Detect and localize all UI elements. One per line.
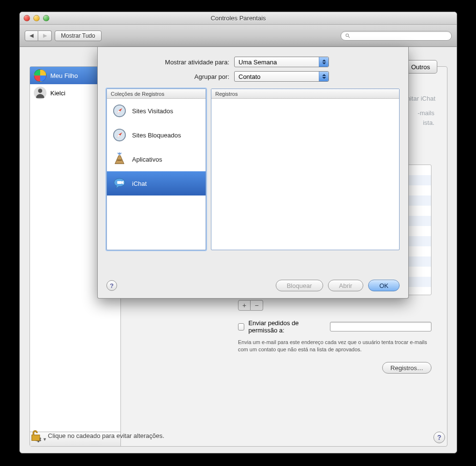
- collection-label: iChat: [132, 180, 147, 187]
- collection-label: Aplicativos: [132, 156, 162, 163]
- bg-text-ista: ista.: [423, 119, 434, 126]
- titlebar: Controles Parentais: [20, 12, 457, 25]
- add-remove-segment: + −: [238, 300, 263, 311]
- zoom-icon[interactable]: [43, 15, 49, 21]
- content: Outros Lim. Tempo Meu Filho Kielci ▼: [20, 47, 457, 453]
- toolbar: ◀ ▶ Mostrar Tudo: [20, 25, 457, 47]
- close-icon[interactable]: [24, 15, 30, 21]
- collections-column: Coleções de Registros Sites Visitados Si…: [106, 89, 206, 250]
- add-button[interactable]: +: [238, 300, 251, 311]
- lock-text: Clique no cadeado para evitar alterações…: [48, 432, 164, 439]
- minimize-icon[interactable]: [33, 15, 40, 21]
- ichat-icon: [112, 176, 127, 191]
- group-value: Contato: [238, 73, 261, 80]
- search-field[interactable]: [341, 31, 452, 41]
- svg-rect-8: [117, 181, 121, 184]
- abrir-button[interactable]: Abrir: [328, 280, 363, 291]
- safari-icon: [112, 127, 127, 143]
- applications-icon: [112, 151, 127, 167]
- group-popup[interactable]: Contato: [234, 71, 329, 82]
- collection-sites-visitados[interactable]: Sites Visitados: [107, 99, 206, 123]
- activity-value: Uma Semana: [238, 59, 277, 66]
- stepper-icon: [319, 57, 328, 67]
- search-input[interactable]: [354, 33, 447, 39]
- tab-outros[interactable]: Outros: [404, 60, 437, 74]
- permission-checkbox[interactable]: [238, 323, 244, 331]
- stepper-icon: [319, 72, 328, 81]
- permission-note: Envia um e-mail para este endereço cada …: [238, 339, 431, 354]
- sheet-help-button[interactable]: ?: [106, 280, 117, 291]
- remove-button[interactable]: −: [251, 300, 263, 311]
- svg-point-0: [38, 89, 43, 93]
- back-button[interactable]: ◀: [25, 30, 38, 41]
- sidebar-user-label: Kielci: [50, 90, 65, 97]
- avatar-icon: [34, 87, 46, 99]
- padlock-open-icon: [30, 429, 43, 442]
- ok-button[interactable]: OK: [368, 280, 400, 291]
- collection-label: Sites Bloqueados: [132, 132, 181, 139]
- collection-ichat[interactable]: iChat: [107, 171, 206, 195]
- logs-sheet: Mostrar atividade para: Uma Semana Agrup…: [97, 47, 409, 299]
- show-all-button[interactable]: Mostrar Tudo: [55, 30, 102, 41]
- group-label: Agrupar por:: [194, 73, 229, 80]
- permission-label: Enviar pedidos de permissão a:: [248, 319, 326, 334]
- sheet-footer: ? Bloquear Abrir OK: [106, 280, 400, 291]
- registros-button[interactable]: Registros…: [382, 362, 431, 374]
- records-header: Registros: [211, 89, 399, 99]
- activity-label: Mostrar atividade para:: [165, 59, 229, 66]
- collections-header: Coleções de Registros: [107, 89, 206, 99]
- permission-section: Enviar pedidos de permissão a: Envia um …: [238, 319, 431, 354]
- window-title: Controles Parentais: [20, 15, 457, 22]
- bloquear-button[interactable]: Bloquear: [276, 280, 323, 291]
- child-icon: [34, 69, 46, 82]
- lock-bar[interactable]: Clique no cadeado para evitar alterações…: [30, 429, 164, 442]
- safari-icon: [112, 103, 127, 119]
- permission-email-input[interactable]: [330, 322, 431, 331]
- search-icon: [345, 33, 351, 39]
- collection-label: Sites Visitados: [132, 107, 173, 115]
- records-column: Registros: [211, 89, 400, 250]
- help-button[interactable]: ?: [433, 432, 445, 443]
- collection-sites-bloqueados[interactable]: Sites Bloqueados: [107, 123, 206, 147]
- nav-segment: ◀ ▶: [25, 30, 52, 41]
- preferences-window: Controles Parentais ◀ ▶ Mostrar Tudo Out…: [19, 12, 457, 453]
- traffic-lights: [24, 15, 49, 21]
- bg-text-mails: -mails: [417, 109, 434, 117]
- activity-popup[interactable]: Uma Semana: [234, 57, 329, 67]
- collection-aplicativos[interactable]: Aplicativos: [107, 147, 206, 171]
- forward-button[interactable]: ▶: [38, 30, 52, 41]
- sidebar-user-label: Meu Filho: [50, 72, 78, 79]
